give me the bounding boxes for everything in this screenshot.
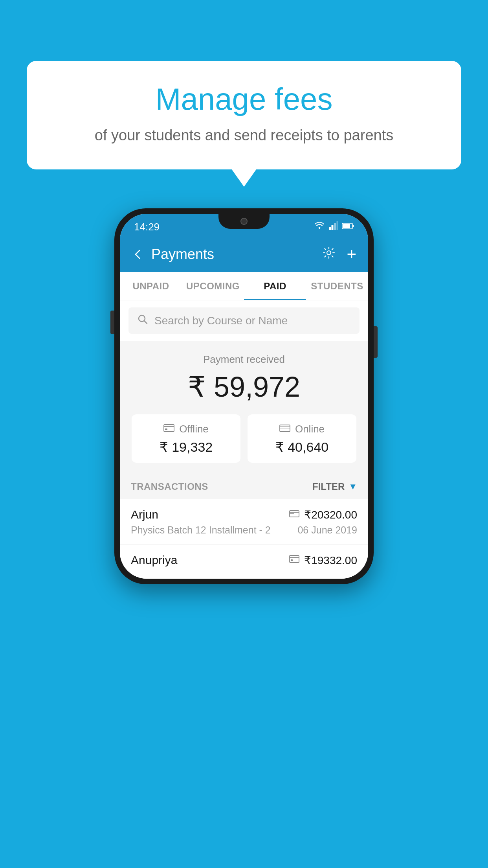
speech-bubble: Manage fees of your students and send re…	[27, 61, 461, 169]
settings-icon[interactable]	[322, 246, 336, 263]
bubble-subtitle: of your students and send receipts to pa…	[50, 125, 438, 146]
search-icon	[137, 314, 148, 327]
offline-card-header: Offline	[139, 423, 233, 435]
payment-cards: Offline ₹ 19,332 Online	[132, 414, 356, 463]
transaction-amount: ₹20320.00	[304, 508, 357, 521]
app-header: Payments +	[120, 237, 368, 272]
svg-rect-15	[291, 559, 293, 561]
wifi-icon	[314, 221, 325, 232]
transactions-header: TRANSACTIONS FILTER ▼	[120, 474, 368, 499]
transaction-row[interactable]: Arjun ₹20320.00 Physics Batch 12 Install…	[120, 499, 368, 545]
phone-screen: 14:29	[120, 214, 368, 579]
tab-upcoming[interactable]: UPCOMING	[182, 272, 244, 300]
svg-rect-6	[353, 225, 354, 227]
transaction-amount-wrap: ₹19332.00	[289, 554, 357, 567]
search-placeholder: Search by Course or Name	[154, 314, 288, 327]
speech-bubble-container: Manage fees of your students and send re…	[27, 61, 461, 169]
search-bar[interactable]: Search by Course or Name	[128, 307, 360, 334]
status-time: 14:29	[134, 221, 160, 233]
svg-rect-14	[290, 555, 299, 563]
tab-unpaid[interactable]: UNPAID	[120, 272, 182, 300]
filter-button[interactable]: FILTER ▼	[312, 481, 357, 492]
svg-rect-3	[334, 223, 336, 230]
battery-icon	[342, 222, 354, 232]
transaction-date: 06 June 2019	[297, 524, 357, 536]
phone-outer: 14:29	[114, 208, 374, 584]
payment-summary: Payment received ₹ 59,972	[120, 341, 368, 474]
cash-payment-icon	[289, 555, 299, 566]
bubble-title: Manage fees	[50, 83, 438, 116]
tabs-bar: UNPAID UPCOMING PAID STUDENTS	[120, 272, 368, 300]
add-icon[interactable]: +	[347, 245, 356, 264]
offline-card: Offline ₹ 19,332	[132, 414, 240, 463]
page-title: Payments	[151, 246, 314, 263]
svg-rect-1	[329, 227, 331, 230]
phone-mockup: 14:29	[114, 208, 374, 584]
transaction-top: Anupriya ₹19332.00	[131, 554, 357, 567]
online-card-header: Online	[255, 423, 349, 435]
filter-label: FILTER	[312, 481, 345, 492]
offline-label: Offline	[179, 423, 209, 435]
transaction-top: Arjun ₹20320.00	[131, 508, 357, 521]
svg-point-0	[319, 228, 320, 229]
online-amount: ₹ 40,640	[255, 439, 349, 455]
transaction-name: Arjun	[131, 508, 158, 521]
back-button[interactable]	[132, 248, 143, 260]
transaction-desc: Physics Batch 12 Installment - 2	[131, 524, 271, 536]
phone-notch	[218, 214, 270, 229]
offline-amount: ₹ 19,332	[139, 439, 233, 455]
online-label: Online	[295, 423, 325, 435]
header-actions: +	[322, 245, 356, 264]
svg-rect-10	[164, 425, 174, 432]
svg-rect-7	[343, 224, 350, 228]
transaction-amount: ₹19332.00	[304, 554, 357, 567]
transaction-row[interactable]: Anupriya ₹19332.00	[120, 545, 368, 579]
status-icons	[314, 221, 354, 232]
svg-rect-11	[165, 428, 167, 430]
online-card: Online ₹ 40,640	[248, 414, 356, 463]
card-payment-icon	[289, 509, 299, 520]
filter-icon: ▼	[349, 482, 357, 492]
transactions-label: TRANSACTIONS	[131, 481, 208, 492]
online-icon	[279, 423, 290, 435]
svg-rect-4	[337, 221, 339, 230]
svg-rect-2	[332, 225, 334, 230]
transaction-name: Anupriya	[131, 554, 177, 567]
search-container: Search by Course or Name	[120, 300, 368, 341]
payment-received-label: Payment received	[132, 353, 356, 366]
payment-total: ₹ 59,972	[132, 370, 356, 403]
tab-students[interactable]: STUDENTS	[306, 272, 368, 300]
offline-icon	[163, 423, 174, 435]
transaction-amount-wrap: ₹20320.00	[289, 508, 357, 521]
signal-icon	[329, 221, 338, 232]
svg-point-8	[327, 251, 331, 255]
camera-dot	[240, 218, 248, 225]
tab-paid[interactable]: PAID	[244, 272, 306, 300]
transaction-bottom: Physics Batch 12 Installment - 2 06 June…	[131, 524, 357, 536]
